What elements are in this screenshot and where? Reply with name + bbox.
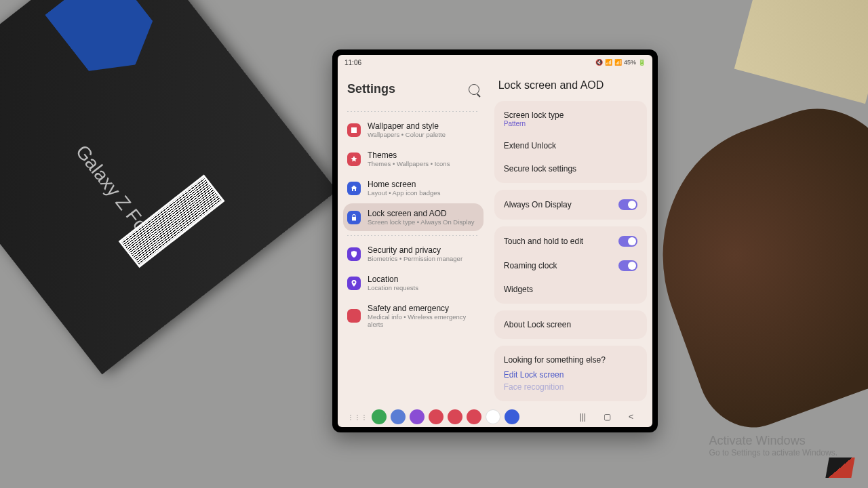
- toggle-touch[interactable]: [618, 236, 637, 247]
- row-edit-lock[interactable]: Edit Lock screen: [494, 367, 647, 382]
- back-button[interactable]: <: [629, 412, 633, 422]
- sidebar-item-home[interactable]: Home screen Layout • App icon badges: [343, 174, 484, 202]
- dock-phone-icon[interactable]: [372, 409, 387, 424]
- statusbar-right: 🔇 📶 📶 45% 🔋: [595, 59, 646, 66]
- row-label: Screen lock type: [504, 110, 564, 120]
- watermark-title: Activate Windows: [709, 434, 837, 448]
- row-secure-lock[interactable]: Secure lock settings: [494, 157, 647, 180]
- sidebar-item-label: Location: [368, 274, 418, 284]
- wood-stand: [734, 0, 868, 104]
- tablet-device: 11:06 🔇 📶 📶 45% 🔋 Settings: [332, 49, 658, 432]
- tablet-screen: 11:06 🔇 📶 📶 45% 🔋 Settings: [338, 55, 652, 427]
- emergency-icon: [347, 309, 361, 323]
- sidebar-item-label: Safety and emergency: [368, 304, 479, 313]
- card-looking: Looking for something else? Edit Lock sc…: [494, 346, 647, 401]
- row-about[interactable]: About Lock screen: [494, 313, 647, 336]
- divider: [347, 235, 479, 236]
- product-box: [0, 0, 337, 374]
- sidebar-item-label: Lock screen and AOD: [368, 209, 475, 218]
- card-aod: Always On Display: [494, 190, 647, 220]
- row-face[interactable]: Face recognition: [494, 382, 647, 399]
- sidebar-item-wallpaper[interactable]: Wallpaper and style Wallpapers • Colour …: [343, 116, 484, 144]
- toggle-roaming[interactable]: [618, 260, 637, 271]
- sidebar-item-label: Themes: [368, 150, 450, 160]
- sidebar-item-label: Home screen: [368, 180, 440, 189]
- watermark-sub: Go to Settings to activate Windows.: [709, 448, 837, 458]
- sidebar-item-sub: Screen lock type • Always On Display: [368, 218, 475, 226]
- settings-list-pane: Settings Wallpaper and style Wallpapers …: [338, 70, 489, 407]
- toggle-aod[interactable]: [618, 199, 637, 210]
- row-extend-unlock[interactable]: Extend Unlock: [494, 134, 647, 157]
- sidebar-item-location[interactable]: Location Location requests: [343, 269, 484, 297]
- sidebar-item-lockscreen[interactable]: Lock screen and AOD Screen lock type • A…: [343, 203, 484, 231]
- lock-icon: [347, 211, 361, 224]
- dock-app-icon[interactable]: [505, 409, 519, 424]
- sidebar-item-safety[interactable]: Safety and emergency Medical info • Wire…: [343, 298, 484, 333]
- card-lock-settings: Screen lock type Pattern Extend Unlock S…: [494, 101, 647, 183]
- dock-google-icon[interactable]: [486, 409, 500, 424]
- row-link: Edit Lock screen: [504, 370, 564, 380]
- nav-controls: ||| ▢ <: [580, 412, 633, 422]
- dock-messages-icon[interactable]: [391, 409, 406, 424]
- dock-bar: ⋮⋮⋮ ||| ▢ <: [338, 407, 652, 427]
- wifi-icon: 📶: [605, 59, 612, 66]
- themes-icon: [347, 152, 361, 166]
- dock-browser-icon[interactable]: [410, 409, 425, 424]
- hand: [624, 87, 868, 443]
- dock-app-icon[interactable]: [448, 409, 462, 424]
- divider: [347, 111, 479, 112]
- row-touch-edit[interactable]: Touch and hold to edit: [494, 229, 647, 253]
- sidebar-item-sub: Location requests: [368, 284, 418, 291]
- search-icon[interactable]: [469, 84, 479, 95]
- card-about: About Lock screen: [494, 310, 647, 339]
- content-split: Settings Wallpaper and style Wallpapers …: [338, 70, 652, 407]
- apps-grid-icon[interactable]: ⋮⋮⋮: [347, 413, 368, 421]
- settings-header: Settings: [343, 75, 484, 107]
- sidebar-item-sub: Medical info • Wireless emergency alerts: [368, 313, 479, 328]
- channel-logo: [825, 458, 854, 478]
- signal-icon: 📶: [614, 59, 622, 66]
- row-looking-heading: Looking for something else?: [494, 348, 647, 367]
- detail-title: Lock screen and AOD: [494, 77, 647, 101]
- home-icon: [347, 182, 361, 195]
- row-label: Looking for something else?: [504, 355, 606, 365]
- dock-youtube-icon[interactable]: [467, 409, 481, 424]
- row-label: Extend Unlock: [504, 141, 556, 150]
- sidebar-item-label: Wallpaper and style: [368, 121, 446, 131]
- row-label: Roaming clock: [504, 261, 557, 270]
- row-link: Face recognition: [504, 382, 564, 392]
- shield-icon: [347, 247, 361, 261]
- row-label: Always On Display: [504, 200, 572, 209]
- mute-icon: 🔇: [595, 59, 603, 66]
- row-label: About Lock screen: [504, 320, 571, 329]
- page-title: Settings: [347, 82, 395, 96]
- statusbar: 11:06 🔇 📶 📶 45% 🔋: [338, 55, 652, 70]
- sidebar-item-sub: Themes • Wallpapers • Icons: [368, 160, 450, 167]
- detail-pane: Lock screen and AOD Screen lock type Pat…: [489, 70, 652, 407]
- barcode-label: [119, 174, 225, 268]
- home-button[interactable]: ▢: [604, 412, 611, 422]
- sidebar-item-label: Security and privacy: [368, 245, 462, 255]
- location-icon: [347, 277, 361, 290]
- warranty-badge: [45, 0, 167, 89]
- row-label: Widgets: [504, 285, 533, 294]
- recents-button[interactable]: |||: [580, 412, 586, 422]
- row-value: Pattern: [504, 120, 564, 127]
- row-roaming[interactable]: Roaming clock: [494, 253, 647, 278]
- sidebar-item-sub: Biometrics • Permission manager: [368, 255, 462, 262]
- row-widgets[interactable]: Widgets: [494, 278, 647, 301]
- sidebar-item-sub: Wallpapers • Colour palette: [368, 131, 446, 138]
- row-screenlock[interactable]: Screen lock type Pattern: [494, 104, 647, 134]
- activation-watermark: Activate Windows Go to Settings to activ…: [709, 434, 837, 458]
- card-display: Touch and hold to edit Roaming clock Wid…: [494, 226, 647, 304]
- wallpaper-icon: [347, 123, 361, 137]
- dock-app-icon[interactable]: [429, 409, 443, 424]
- sidebar-item-security[interactable]: Security and privacy Biometrics • Permis…: [343, 240, 484, 268]
- statusbar-time: 11:06: [344, 59, 361, 66]
- battery-icon: 🔋: [638, 59, 646, 66]
- sidebar-item-themes[interactable]: Themes Themes • Wallpapers • Icons: [343, 145, 484, 173]
- battery-percent: 45%: [624, 59, 636, 66]
- row-aod[interactable]: Always On Display: [494, 192, 647, 217]
- sidebar-item-sub: Layout • App icon badges: [368, 189, 440, 197]
- row-label: Touch and hold to edit: [504, 237, 583, 246]
